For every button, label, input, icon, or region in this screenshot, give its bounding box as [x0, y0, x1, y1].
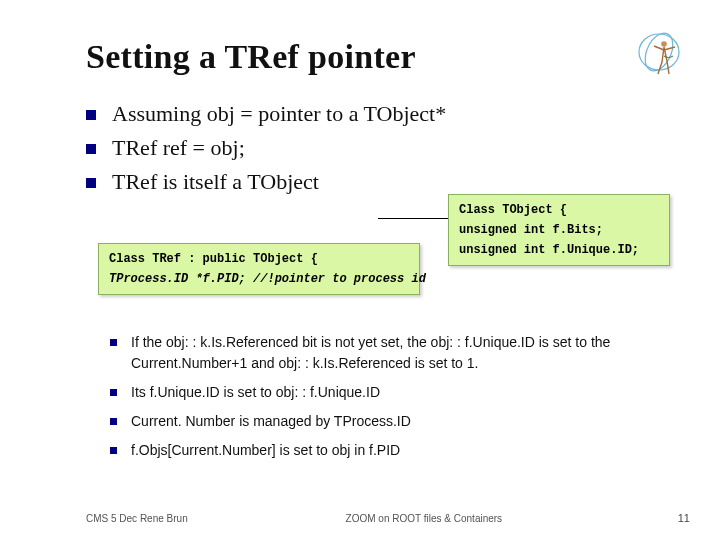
bullet-text: TRef is itself a TObject	[112, 166, 319, 198]
bullet-text: TRef ref = obj;	[112, 132, 245, 164]
bullet-item: f.Objs[Current.Number] is set to obj in …	[110, 440, 660, 461]
code-line: unsigned int f.Bits;	[459, 223, 659, 237]
bullet-item: Its f.Unique.ID is set to obj: : f.Uniqu…	[110, 382, 660, 403]
square-bullet-icon	[86, 144, 96, 154]
bullet-text: If the obj: : k.Is.Referenced bit is not…	[131, 332, 660, 374]
bullet-item: TRef ref = obj;	[86, 132, 660, 164]
svg-point-1	[640, 29, 679, 75]
bullet-text: Current. Number is managed by TProcess.I…	[131, 411, 411, 432]
square-bullet-icon	[110, 418, 117, 425]
bullet-item: Assuming obj = pointer to a TObject*	[86, 98, 660, 130]
bullet-text: f.Objs[Current.Number] is set to obj in …	[131, 440, 400, 461]
square-bullet-icon	[110, 389, 117, 396]
square-bullet-icon	[110, 447, 117, 454]
svg-point-2	[661, 41, 667, 47]
bullet-item: Current. Number is managed by TProcess.I…	[110, 411, 660, 432]
code-box-tobject: Class TObject { unsigned int f.Bits; uns…	[448, 194, 670, 266]
bullet-list-bottom: If the obj: : k.Is.Referenced bit is not…	[86, 332, 660, 469]
bullet-item: If the obj: : k.Is.Referenced bit is not…	[110, 332, 660, 374]
bullet-item: TRef is itself a TObject	[86, 166, 660, 198]
decorative-figure-icon	[634, 28, 684, 86]
page-title: Setting a TRef pointer	[86, 38, 660, 76]
code-line: unsigned int f.Unique.ID;	[459, 243, 659, 257]
footer-center: ZOOM on ROOT files & Containers	[346, 513, 503, 524]
code-box-tref: Class TRef : public TObject { TProcess.I…	[98, 243, 420, 295]
bullet-text: Assuming obj = pointer to a TObject*	[112, 98, 446, 130]
code-line: Class TObject {	[459, 203, 659, 217]
square-bullet-icon	[110, 339, 117, 346]
footer-left: CMS 5 Dec Rene Brun	[86, 513, 188, 524]
bullet-text: Its f.Unique.ID is set to obj: : f.Uniqu…	[131, 382, 380, 403]
footer: CMS 5 Dec Rene Brun ZOOM on ROOT files &…	[0, 513, 720, 524]
square-bullet-icon	[86, 178, 96, 188]
code-line: TProcess.ID *f.PID; //!pointer to proces…	[109, 272, 409, 286]
code-line: Class TRef : public TObject {	[109, 252, 409, 266]
square-bullet-icon	[86, 110, 96, 120]
slide: Setting a TRef pointer Assuming obj = po…	[0, 0, 720, 540]
bullet-list-top: Assuming obj = pointer to a TObject* TRe…	[86, 98, 660, 198]
connector-line	[378, 218, 448, 219]
slide-number: 11	[678, 512, 690, 524]
svg-point-0	[639, 34, 679, 70]
